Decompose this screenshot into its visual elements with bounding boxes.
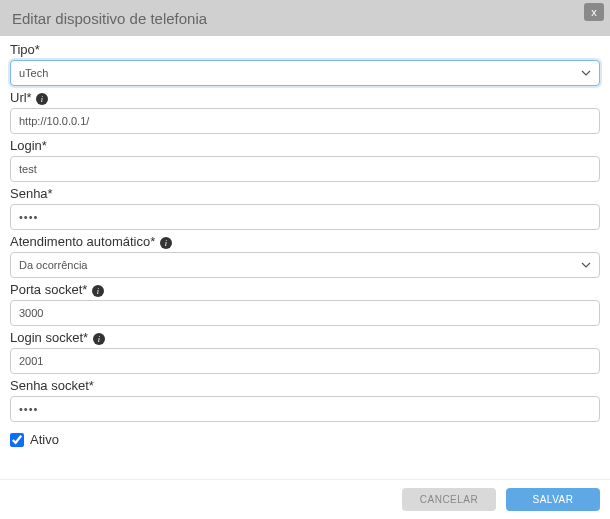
- info-icon[interactable]: i: [93, 333, 105, 345]
- tipo-select[interactable]: uTech: [10, 60, 600, 86]
- modal-body: Tipo* uTech Url* i Login* Senha* Atendim…: [0, 36, 610, 451]
- info-icon[interactable]: i: [160, 237, 172, 249]
- ativo-label[interactable]: Ativo: [30, 432, 59, 447]
- modal-header: Editar dispositivo de telefonia x: [0, 0, 610, 36]
- field-atendimento: Atendimento automático* i Da ocorrência: [10, 234, 600, 278]
- field-senha: Senha*: [10, 186, 600, 230]
- porta-socket-label: Porta socket* i: [10, 282, 600, 297]
- login-input[interactable]: [10, 156, 600, 182]
- modal-footer: CANCELAR SALVAR: [0, 479, 610, 519]
- atendimento-label: Atendimento automático* i: [10, 234, 600, 249]
- ativo-checkbox[interactable]: [10, 433, 24, 447]
- cancel-button[interactable]: CANCELAR: [402, 488, 496, 511]
- atendimento-select[interactable]: Da ocorrência: [10, 252, 600, 278]
- senha-input[interactable]: [10, 204, 600, 230]
- url-input[interactable]: [10, 108, 600, 134]
- senha-label: Senha*: [10, 186, 600, 201]
- login-socket-label: Login socket* i: [10, 330, 600, 345]
- login-socket-input[interactable]: [10, 348, 600, 374]
- field-senha-socket: Senha socket*: [10, 378, 600, 422]
- info-icon[interactable]: i: [36, 93, 48, 105]
- field-ativo: Ativo: [10, 426, 600, 451]
- close-button[interactable]: x: [584, 3, 604, 21]
- save-button[interactable]: SALVAR: [506, 488, 600, 511]
- field-porta-socket: Porta socket* i: [10, 282, 600, 326]
- senha-socket-input[interactable]: [10, 396, 600, 422]
- info-icon[interactable]: i: [92, 285, 104, 297]
- login-label: Login*: [10, 138, 600, 153]
- field-login: Login*: [10, 138, 600, 182]
- field-url: Url* i: [10, 90, 600, 134]
- tipo-label: Tipo*: [10, 42, 600, 57]
- url-label: Url* i: [10, 90, 600, 105]
- porta-socket-input[interactable]: [10, 300, 600, 326]
- modal-title: Editar dispositivo de telefonia: [12, 10, 207, 27]
- field-tipo: Tipo* uTech: [10, 42, 600, 86]
- senha-socket-label: Senha socket*: [10, 378, 600, 393]
- field-login-socket: Login socket* i: [10, 330, 600, 374]
